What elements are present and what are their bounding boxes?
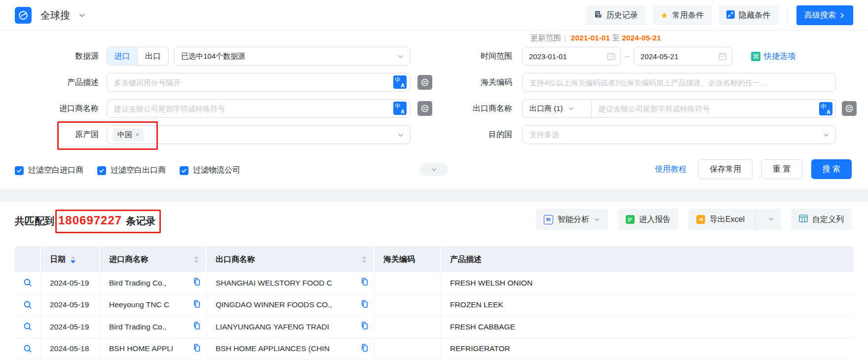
reset-button[interactable]: 重 置 bbox=[761, 159, 802, 179]
collapse-form-button[interactable] bbox=[419, 163, 448, 176]
importer-name[interactable]: Heeyoung TNC C bbox=[109, 300, 169, 309]
cell-importer: Bird Trading Co., bbox=[100, 272, 207, 294]
hs-code-input[interactable] bbox=[522, 73, 836, 92]
cell-exporter: LIANYUNGANG YAFENG TRADI bbox=[207, 316, 375, 338]
origin-select[interactable]: 中国 × bbox=[107, 125, 411, 144]
copy-icon[interactable] bbox=[193, 278, 200, 288]
importer-label: 进口商名称 bbox=[15, 99, 99, 118]
header-desc-label: 产品描述 bbox=[450, 254, 482, 265]
destination-select[interactable]: 支持多选 bbox=[522, 125, 836, 144]
cell-exporter: QINGDAO WINNER FOODS CO., bbox=[207, 294, 375, 316]
time-range-label: 时间范围 bbox=[428, 47, 512, 66]
app-switch-chevron-down-icon[interactable] bbox=[78, 11, 86, 19]
product-desc-input[interactable] bbox=[107, 73, 411, 92]
translate-icon[interactable]: 中 A bbox=[393, 102, 407, 115]
copy-icon[interactable] bbox=[193, 300, 200, 310]
update-range-label: 更新范围： bbox=[530, 34, 569, 42]
calendar-icon[interactable] bbox=[607, 52, 615, 62]
cell-hs-code bbox=[375, 294, 441, 316]
advanced-search-button[interactable]: 高级搜索 bbox=[796, 5, 853, 25]
smart-analysis-button[interactable]: BI 智能分析 bbox=[536, 209, 608, 230]
exporter-name[interactable]: LIANYUNGANG YAFENG TRADI bbox=[216, 323, 329, 331]
cell-date: 2024-05-18 bbox=[41, 338, 100, 360]
row-detail-button[interactable] bbox=[15, 272, 41, 294]
datasource-select[interactable]: 已选中104个数据源 bbox=[174, 47, 411, 66]
importer-input[interactable] bbox=[107, 99, 411, 118]
importer-name[interactable]: BSH HOME APPLI bbox=[109, 344, 173, 353]
filter-blank-exporter-checkbox[interactable]: 过滤空白出口商 bbox=[97, 165, 166, 176]
favorites-button[interactable]: ★ 常用条件 bbox=[653, 5, 712, 25]
origin-tag-label: 中国 bbox=[117, 130, 132, 140]
translate-icon[interactable]: 中 A bbox=[819, 102, 832, 115]
header-importer-label: 进口商名称 bbox=[109, 254, 149, 265]
advanced-search-label: 高级搜索 bbox=[804, 10, 836, 21]
cell-product-desc: REFRIGERATOR bbox=[441, 338, 853, 360]
save-preset-button[interactable]: 保存常用 bbox=[698, 159, 753, 179]
custom-columns-button[interactable]: 自定义列 bbox=[791, 209, 852, 230]
tutorial-link[interactable]: 使用教程 bbox=[655, 164, 686, 175]
header-importer: 进口商名称 bbox=[100, 247, 207, 272]
export-options-chevron[interactable] bbox=[761, 215, 781, 224]
quick-options-link[interactable]: ⌘ 快捷选项 bbox=[751, 47, 795, 66]
update-range-end: 2024-05-21 bbox=[622, 34, 661, 42]
row-detail-button[interactable] bbox=[15, 294, 41, 316]
row-detail-button[interactable] bbox=[15, 316, 41, 338]
exporter-name[interactable]: BSH HOME APPLIANCES (CHIN bbox=[216, 344, 330, 353]
copy-icon[interactable] bbox=[193, 344, 200, 354]
importer-name[interactable]: Bird Trading Co., bbox=[109, 323, 166, 331]
app-title: 全球搜 bbox=[40, 0, 70, 31]
sort-date-control[interactable] bbox=[71, 256, 75, 263]
importer-name[interactable]: Bird Trading Co., bbox=[109, 279, 166, 288]
filter-blank-importer-label: 过滤空白进口商 bbox=[28, 165, 83, 176]
update-range-start: 2021-01-01 bbox=[571, 34, 610, 42]
header-hs-label: 海关编码 bbox=[383, 254, 415, 265]
results-toolbar: BI 智能分析 进入报告 导出Excel 自定义列 bbox=[536, 209, 852, 230]
update-range: 更新范围： 2021-01-01 至 2024-05-21 bbox=[530, 33, 661, 43]
exporter-type-select[interactable]: 出口商 (1) bbox=[523, 100, 592, 117]
copy-icon[interactable] bbox=[193, 322, 200, 332]
date-end-picker[interactable]: 2024-05-21 bbox=[634, 47, 732, 66]
hide-conditions-label: 隐藏条件 bbox=[739, 10, 770, 21]
copy-icon[interactable] bbox=[361, 344, 368, 354]
topbar: 全球搜 历史记录 ★ 常用条件 隐藏条件 高级搜索 bbox=[0, 0, 868, 31]
match-mode-icon[interactable] bbox=[842, 101, 857, 116]
filter-blank-importer-checkbox[interactable]: 过滤空白进口商 bbox=[15, 165, 83, 176]
tab-import[interactable]: 进口 bbox=[107, 47, 138, 65]
chevron-down-icon bbox=[768, 216, 774, 222]
hide-conditions-button[interactable]: 隐藏条件 bbox=[718, 5, 778, 25]
results-summary: 共匹配到 180697227 条记录 bbox=[15, 214, 155, 228]
tab-export[interactable]: 出口 bbox=[138, 47, 168, 65]
exporter-name[interactable]: SHANGHAI WELSTORY FOOD C bbox=[216, 279, 332, 288]
button-divider bbox=[755, 209, 755, 230]
origin-tag: 中国 × bbox=[113, 128, 144, 142]
translate-icon[interactable]: 中 A bbox=[393, 75, 407, 89]
calendar-icon[interactable] bbox=[718, 52, 727, 62]
copy-icon[interactable] bbox=[361, 322, 368, 332]
bi-analysis-icon: BI bbox=[544, 215, 553, 224]
exporter-input[interactable] bbox=[592, 100, 835, 117]
search-form: 更新范围： 2021-01-01 至 2024-05-21 数据源 进口 出口 … bbox=[0, 31, 868, 189]
row-detail-button[interactable] bbox=[15, 338, 41, 360]
remove-tag-icon[interactable]: × bbox=[135, 131, 139, 139]
sort-exporter-control[interactable] bbox=[362, 256, 367, 263]
history-icon bbox=[594, 10, 603, 21]
form-actions: 使用教程 保存常用 重 置 搜 索 bbox=[655, 159, 852, 179]
enter-report-label: 进入报告 bbox=[639, 215, 671, 225]
header-exporter: 出口商名称 bbox=[207, 247, 375, 272]
cell-hs-code bbox=[375, 338, 441, 360]
enter-report-button[interactable]: 进入报告 bbox=[618, 209, 679, 230]
date-start-picker[interactable]: 2023-01-01 bbox=[522, 47, 621, 66]
datasource-direction-toggle: 进口 出口 bbox=[107, 47, 169, 66]
header-detail-column bbox=[15, 247, 41, 272]
update-range-to: 至 bbox=[612, 34, 620, 42]
exporter-name[interactable]: QINGDAO WINNER FOODS CO., bbox=[216, 300, 332, 309]
export-excel-button[interactable]: 导出Excel bbox=[688, 209, 781, 230]
history-button[interactable]: 历史记录 bbox=[586, 5, 646, 25]
collapse-icon bbox=[726, 10, 735, 21]
search-button[interactable]: 搜 索 bbox=[811, 159, 852, 179]
filter-logistics-checkbox[interactable]: 过滤物流公司 bbox=[180, 165, 240, 176]
sort-importer-control[interactable] bbox=[194, 256, 199, 263]
copy-icon[interactable] bbox=[361, 300, 368, 310]
copy-icon[interactable] bbox=[361, 278, 368, 288]
exporter-type-value: 出口商 (1) bbox=[529, 104, 563, 113]
